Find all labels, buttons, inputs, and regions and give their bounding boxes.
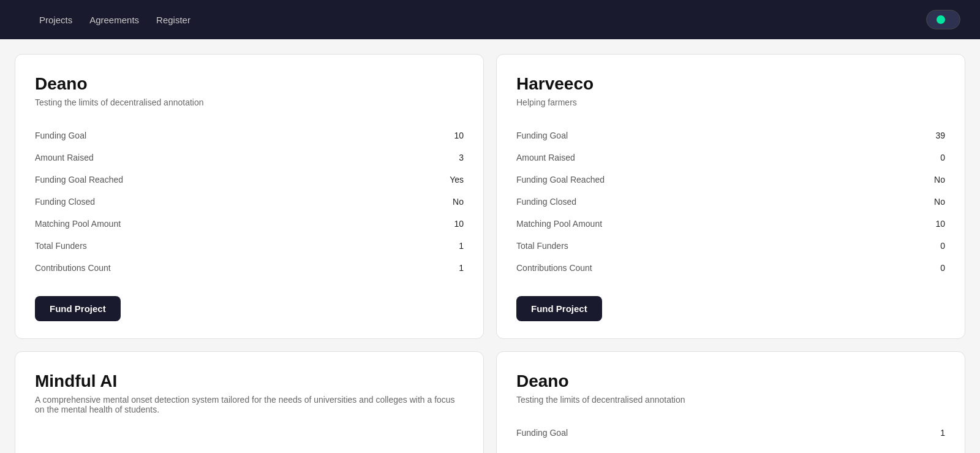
stat-label: Amount Raised bbox=[516, 153, 575, 162]
stat-label: Total Funders bbox=[516, 241, 568, 251]
stat-label: Total Funders bbox=[35, 241, 87, 251]
stat-value: 0 bbox=[940, 263, 945, 273]
stat-row: Total Funders1 bbox=[35, 235, 464, 257]
stat-value: 3 bbox=[459, 153, 464, 162]
stat-row: Funding Goal10 bbox=[35, 124, 464, 147]
stat-label: Funding Closed bbox=[35, 197, 95, 207]
stat-value: 39 bbox=[935, 131, 945, 140]
stat-row: Contributions Count0 bbox=[516, 257, 945, 279]
site-header: Projects Agreements Register bbox=[0, 0, 980, 39]
stat-label: Funding Goal Reached bbox=[516, 175, 605, 185]
wallet-badge[interactable] bbox=[926, 10, 960, 29]
stat-row: Funding ClosedNo bbox=[516, 191, 945, 213]
stat-row: Matching Pool Amount10 bbox=[516, 213, 945, 235]
stat-row: Total Funders0 bbox=[516, 235, 945, 257]
project-card-harveeco-1: HarveecoHelping farmersFunding Goal39Amo… bbox=[496, 54, 965, 339]
project-title: Deano bbox=[516, 371, 945, 391]
fund-project-button[interactable]: Fund Project bbox=[35, 296, 121, 321]
nav-projects[interactable]: Projects bbox=[39, 15, 72, 25]
stat-value: No bbox=[453, 197, 464, 207]
stat-label: Contributions Count bbox=[35, 263, 111, 273]
stat-value: 1 bbox=[459, 263, 464, 273]
project-subtitle: A comprehensive mental onset detection s… bbox=[35, 395, 464, 414]
nav-register[interactable]: Register bbox=[156, 15, 190, 25]
stat-row: Matching Pool Amount10 bbox=[35, 213, 464, 235]
stat-label: Funding Goal bbox=[516, 131, 568, 140]
stat-label: Contributions Count bbox=[516, 263, 592, 273]
stat-row: Funding Goal1 bbox=[516, 422, 945, 444]
stat-label: Amount Raised bbox=[35, 153, 94, 162]
stat-value: Yes bbox=[450, 175, 464, 185]
fund-project-button[interactable]: Fund Project bbox=[516, 296, 602, 321]
nav-agreements[interactable]: Agreements bbox=[89, 15, 139, 25]
project-title: Deano bbox=[35, 74, 464, 94]
stat-label: Funding Goal Reached bbox=[35, 175, 123, 185]
project-subtitle: Testing the limits of decentralised anno… bbox=[35, 97, 464, 107]
stat-label: Matching Pool Amount bbox=[516, 219, 602, 229]
stat-value: No bbox=[934, 197, 945, 207]
stat-value: 10 bbox=[454, 219, 464, 229]
project-card-deano-2: DeanoTesting the limits of decentralised… bbox=[496, 351, 965, 453]
project-stats: Funding Goal10Amount Raised3Funding Goal… bbox=[35, 124, 464, 279]
projects-grid: DeanoTesting the limits of decentralised… bbox=[0, 39, 980, 453]
project-card-mindful-ai-1: Mindful AIA comprehensive mental onset d… bbox=[15, 351, 484, 453]
stat-row: Funding Goal39 bbox=[516, 124, 945, 147]
stat-row: Amount Raised0 bbox=[516, 147, 945, 169]
project-title: Mindful AI bbox=[35, 371, 464, 391]
project-title: Harveeco bbox=[516, 74, 945, 94]
stat-label: Funding Goal bbox=[35, 131, 86, 140]
wallet-status-dot bbox=[937, 15, 945, 24]
project-stats: Funding Goal39Amount Raised0Funding Goal… bbox=[516, 124, 945, 279]
stat-row: Funding Goal ReachedYes bbox=[35, 169, 464, 191]
stat-row: Funding ClosedNo bbox=[35, 191, 464, 213]
stat-row: Amount Raised3 bbox=[35, 147, 464, 169]
project-stats: Funding Goal1 bbox=[516, 422, 945, 444]
stat-value: 1 bbox=[459, 241, 464, 251]
stat-label: Funding Closed bbox=[516, 197, 576, 207]
stat-value: 1 bbox=[940, 428, 945, 438]
stat-row: Contributions Count1 bbox=[35, 257, 464, 279]
stat-row: Funding Goal ReachedNo bbox=[516, 169, 945, 191]
stat-value: 10 bbox=[454, 131, 464, 140]
stat-value: 10 bbox=[935, 219, 945, 229]
stat-value: 0 bbox=[940, 241, 945, 251]
project-card-deano-1: DeanoTesting the limits of decentralised… bbox=[15, 54, 484, 339]
stat-label: Matching Pool Amount bbox=[35, 219, 121, 229]
stat-value: No bbox=[934, 175, 945, 185]
main-nav: Projects Agreements Register bbox=[39, 15, 907, 25]
project-subtitle: Testing the limits of decentralised anno… bbox=[516, 395, 945, 405]
stat-value: 0 bbox=[940, 153, 945, 162]
project-subtitle: Helping farmers bbox=[516, 97, 945, 107]
stat-label: Funding Goal bbox=[516, 428, 568, 438]
